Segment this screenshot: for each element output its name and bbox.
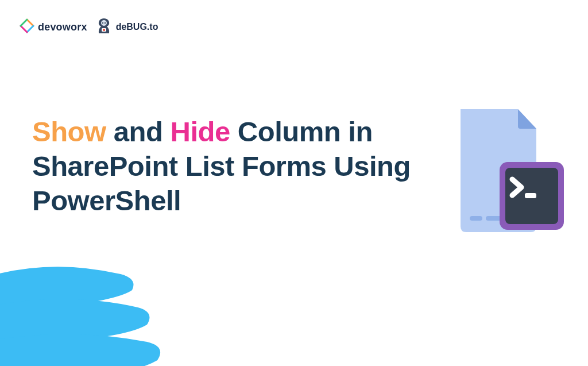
slide: devoworx deBUG.to Show and Hide Column i… (0, 0, 588, 366)
devoworx-logo: devoworx (20, 18, 87, 36)
brush-stroke-icon (0, 240, 172, 366)
devoworx-logo-icon (20, 18, 34, 36)
svg-point-0 (101, 20, 107, 26)
illustration (450, 103, 565, 253)
devoworx-wordmark: devoworx (38, 21, 87, 33)
svg-rect-6 (470, 216, 482, 221)
page-title: Show and Hide Column in SharePoint List … (32, 115, 446, 218)
svg-point-2 (104, 22, 105, 24)
title-word-show: Show (32, 116, 106, 147)
title-word-hide: Hide (171, 116, 230, 147)
debugto-logo-icon (95, 16, 113, 38)
debugto-logo: deBUG.to (95, 16, 158, 38)
terminal-icon (500, 162, 564, 230)
logo-row: devoworx deBUG.to (20, 16, 158, 38)
svg-rect-10 (525, 193, 536, 198)
svg-point-1 (102, 22, 103, 24)
debugto-wordmark: deBUG.to (116, 22, 158, 32)
title-word-and: and (106, 116, 171, 147)
